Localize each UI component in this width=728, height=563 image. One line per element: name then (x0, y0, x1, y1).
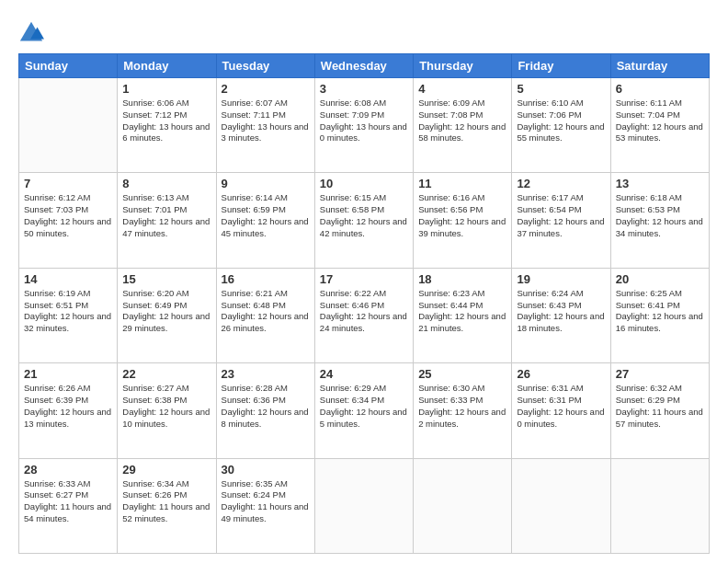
day-info: Sunrise: 6:13 AMSunset: 7:01 PMDaylight:… (122, 192, 210, 239)
calendar-cell: 10Sunrise: 6:15 AMSunset: 6:58 PMDayligh… (314, 173, 413, 268)
calendar-cell: 9Sunrise: 6:14 AMSunset: 6:59 PMDaylight… (216, 173, 314, 268)
calendar-day-header: Thursday (414, 54, 512, 78)
calendar-cell: 19Sunrise: 6:24 AMSunset: 6:43 PMDayligh… (512, 268, 610, 362)
calendar-cell: 12Sunrise: 6:17 AMSunset: 6:54 PMDayligh… (512, 173, 610, 268)
day-number: 1 (122, 82, 210, 96)
calendar-cell: 23Sunrise: 6:28 AMSunset: 6:36 PMDayligh… (216, 363, 314, 458)
day-info: Sunrise: 6:28 AMSunset: 6:36 PMDaylight:… (222, 383, 310, 430)
day-info: Sunrise: 6:11 AMSunset: 7:04 PMDaylight:… (616, 98, 704, 144)
calendar-cell: 20Sunrise: 6:25 AMSunset: 6:41 PMDayligh… (610, 268, 709, 362)
day-number: 11 (418, 177, 506, 190)
calendar-day-header: Wednesday (314, 54, 413, 78)
calendar-week-row: 21Sunrise: 6:26 AMSunset: 6:39 PMDayligh… (19, 363, 710, 458)
day-info: Sunrise: 6:15 AMSunset: 6:58 PMDaylight:… (320, 192, 408, 239)
page: SundayMondayTuesdayWednesdayThursdayFrid… (0, 0, 728, 563)
day-number: 8 (122, 177, 210, 190)
day-number: 2 (222, 82, 310, 96)
day-number: 17 (320, 272, 408, 286)
calendar-cell: 26Sunrise: 6:31 AMSunset: 6:31 PMDayligh… (512, 363, 610, 458)
day-number: 20 (616, 272, 704, 286)
day-info: Sunrise: 6:06 AMSunset: 7:12 PMDaylight:… (122, 98, 210, 144)
day-number: 18 (418, 272, 506, 286)
day-info: Sunrise: 6:07 AMSunset: 7:11 PMDaylight:… (222, 98, 310, 144)
calendar-cell: 15Sunrise: 6:20 AMSunset: 6:49 PMDayligh… (118, 268, 216, 362)
calendar-day-header: Saturday (610, 54, 709, 78)
calendar-cell: 6Sunrise: 6:11 AMSunset: 7:04 PMDaylight… (610, 78, 709, 173)
calendar-cell: 30Sunrise: 6:35 AMSunset: 6:24 PMDayligh… (216, 458, 314, 553)
calendar-cell (19, 78, 118, 173)
day-number: 22 (122, 367, 210, 381)
day-info: Sunrise: 6:26 AMSunset: 6:39 PMDaylight:… (24, 383, 112, 430)
day-number: 6 (616, 82, 704, 96)
logo (18, 20, 47, 46)
day-info: Sunrise: 6:19 AMSunset: 6:51 PMDaylight:… (24, 288, 112, 335)
calendar-cell: 11Sunrise: 6:16 AMSunset: 6:56 PMDayligh… (414, 173, 512, 268)
day-number: 4 (418, 82, 506, 96)
day-info: Sunrise: 6:34 AMSunset: 6:26 PMDaylight:… (122, 478, 210, 525)
day-number: 24 (320, 367, 408, 381)
calendar-cell: 1Sunrise: 6:06 AMSunset: 7:12 PMDaylight… (118, 78, 216, 173)
day-number: 12 (517, 177, 605, 190)
day-info: Sunrise: 6:25 AMSunset: 6:41 PMDaylight:… (616, 288, 704, 335)
calendar-cell: 2Sunrise: 6:07 AMSunset: 7:11 PMDaylight… (216, 78, 314, 173)
day-number: 10 (320, 177, 408, 190)
day-info: Sunrise: 6:22 AMSunset: 6:46 PMDaylight:… (320, 288, 408, 335)
day-info: Sunrise: 6:32 AMSunset: 6:29 PMDaylight:… (616, 383, 704, 430)
calendar-cell: 14Sunrise: 6:19 AMSunset: 6:51 PMDayligh… (19, 268, 118, 362)
calendar-day-header: Tuesday (216, 54, 314, 78)
calendar-cell: 25Sunrise: 6:30 AMSunset: 6:33 PMDayligh… (414, 363, 512, 458)
calendar-cell: 5Sunrise: 6:10 AMSunset: 7:06 PMDaylight… (512, 78, 610, 173)
day-number: 9 (222, 177, 310, 190)
day-number: 19 (517, 272, 605, 286)
day-info: Sunrise: 6:14 AMSunset: 6:59 PMDaylight:… (222, 192, 310, 239)
calendar-cell: 28Sunrise: 6:33 AMSunset: 6:27 PMDayligh… (19, 458, 118, 553)
day-number: 3 (320, 82, 408, 96)
day-info: Sunrise: 6:21 AMSunset: 6:48 PMDaylight:… (222, 288, 310, 335)
day-number: 30 (222, 463, 310, 477)
calendar-cell (610, 458, 709, 553)
calendar-cell: 7Sunrise: 6:12 AMSunset: 7:03 PMDaylight… (19, 173, 118, 268)
day-info: Sunrise: 6:08 AMSunset: 7:09 PMDaylight:… (320, 98, 408, 144)
day-info: Sunrise: 6:29 AMSunset: 6:34 PMDaylight:… (320, 383, 408, 430)
day-info: Sunrise: 6:20 AMSunset: 6:49 PMDaylight:… (122, 288, 210, 335)
day-number: 25 (418, 367, 506, 381)
calendar-cell: 21Sunrise: 6:26 AMSunset: 6:39 PMDayligh… (19, 363, 118, 458)
calendar-cell: 29Sunrise: 6:34 AMSunset: 6:26 PMDayligh… (118, 458, 216, 553)
calendar-day-header: Friday (512, 54, 610, 78)
day-info: Sunrise: 6:23 AMSunset: 6:44 PMDaylight:… (418, 288, 506, 335)
calendar-cell: 3Sunrise: 6:08 AMSunset: 7:09 PMDaylight… (314, 78, 413, 173)
calendar-table: SundayMondayTuesdayWednesdayThursdayFrid… (18, 53, 710, 554)
calendar-header-row: SundayMondayTuesdayWednesdayThursdayFrid… (19, 54, 710, 78)
calendar-week-row: 14Sunrise: 6:19 AMSunset: 6:51 PMDayligh… (19, 268, 710, 362)
calendar-cell: 22Sunrise: 6:27 AMSunset: 6:38 PMDayligh… (118, 363, 216, 458)
calendar-cell (314, 458, 413, 553)
day-info: Sunrise: 6:16 AMSunset: 6:56 PMDaylight:… (418, 192, 506, 239)
day-info: Sunrise: 6:18 AMSunset: 6:53 PMDaylight:… (616, 192, 704, 239)
calendar-cell: 13Sunrise: 6:18 AMSunset: 6:53 PMDayligh… (610, 173, 709, 268)
day-info: Sunrise: 6:33 AMSunset: 6:27 PMDaylight:… (24, 478, 112, 525)
calendar-day-header: Monday (118, 54, 216, 78)
day-info: Sunrise: 6:17 AMSunset: 6:54 PMDaylight:… (517, 192, 605, 239)
day-number: 23 (222, 367, 310, 381)
calendar-cell: 18Sunrise: 6:23 AMSunset: 6:44 PMDayligh… (414, 268, 512, 362)
logo-icon (18, 20, 44, 46)
calendar-day-header: Sunday (19, 54, 118, 78)
calendar-cell: 17Sunrise: 6:22 AMSunset: 6:46 PMDayligh… (314, 268, 413, 362)
day-number: 29 (122, 463, 210, 477)
day-info: Sunrise: 6:27 AMSunset: 6:38 PMDaylight:… (122, 383, 210, 430)
day-number: 15 (122, 272, 210, 286)
day-number: 28 (24, 463, 112, 477)
day-number: 7 (24, 177, 112, 190)
day-number: 16 (222, 272, 310, 286)
day-info: Sunrise: 6:30 AMSunset: 6:33 PMDaylight:… (418, 383, 506, 430)
calendar-week-row: 1Sunrise: 6:06 AMSunset: 7:12 PMDaylight… (19, 78, 710, 173)
calendar-cell: 8Sunrise: 6:13 AMSunset: 7:01 PMDaylight… (118, 173, 216, 268)
calendar-cell (512, 458, 610, 553)
calendar-cell: 4Sunrise: 6:09 AMSunset: 7:08 PMDaylight… (414, 78, 512, 173)
day-number: 26 (517, 367, 605, 381)
day-info: Sunrise: 6:35 AMSunset: 6:24 PMDaylight:… (222, 478, 310, 525)
day-number: 14 (24, 272, 112, 286)
calendar-week-row: 28Sunrise: 6:33 AMSunset: 6:27 PMDayligh… (19, 458, 710, 553)
day-number: 21 (24, 367, 112, 381)
day-info: Sunrise: 6:12 AMSunset: 7:03 PMDaylight:… (24, 192, 112, 239)
